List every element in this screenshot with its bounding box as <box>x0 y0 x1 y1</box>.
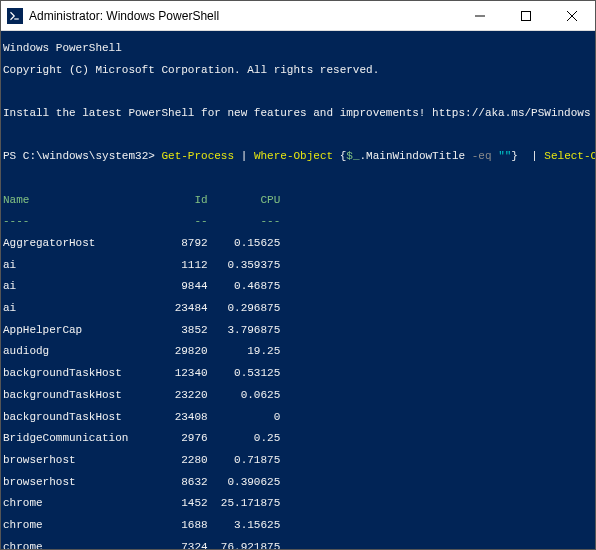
powershell-window: Administrator: Windows PowerShell Window… <box>0 0 596 550</box>
window-title: Administrator: Windows PowerShell <box>29 9 457 23</box>
prompt-prefix: PS <box>3 150 23 162</box>
prompt-sep: > <box>148 150 161 162</box>
table-row: ai 23484 0.296875 <box>3 303 593 314</box>
table-row: AppHelperCap 3852 3.796875 <box>3 325 593 336</box>
pipe: | <box>234 150 254 162</box>
table-row: ai 9844 0.46875 <box>3 281 593 292</box>
table-divider: ---- -- --- <box>3 216 593 227</box>
console-output[interactable]: Windows PowerShell Copyright (C) Microso… <box>1 31 595 549</box>
table-row: BridgeCommunication 2976 0.25 <box>3 433 593 444</box>
brace: { <box>333 150 346 162</box>
table-row: ai 1112 0.359375 <box>3 260 593 271</box>
string: "" <box>498 150 511 162</box>
cmdlet: Select-Object <box>544 150 595 162</box>
brace: } <box>511 150 524 162</box>
blank-line <box>3 173 593 184</box>
table-row: audiodg 29820 19.25 <box>3 346 593 357</box>
banner-line: Install the latest PowerShell for new fe… <box>3 108 593 119</box>
table-row: browserhost 2280 0.71875 <box>3 455 593 466</box>
maximize-button[interactable] <box>503 1 549 30</box>
table-row: backgroundTaskHost 12340 0.53125 <box>3 368 593 379</box>
table-row: chrome 1452 25.171875 <box>3 498 593 509</box>
close-button[interactable] <box>549 1 595 30</box>
cmdlet: Get-Process <box>161 150 234 162</box>
svg-rect-1 <box>522 11 531 20</box>
prompt-path: C:\windows\system32 <box>23 150 148 162</box>
table-row: AggregatorHost 8792 0.15625 <box>3 238 593 249</box>
titlebar[interactable]: Administrator: Windows PowerShell <box>1 1 595 31</box>
table-row: browserhost 8632 0.390625 <box>3 477 593 488</box>
member: .MainWindowTitle <box>360 150 472 162</box>
prompt-line: PS C:\windows\system32> Get-Process | Wh… <box>3 151 593 162</box>
banner-line: Copyright (C) Microsoft Corporation. All… <box>3 65 593 76</box>
variable: $_ <box>346 150 359 162</box>
table-row: backgroundTaskHost 23220 0.0625 <box>3 390 593 401</box>
table-row: chrome 7324 76.921875 <box>3 542 593 549</box>
pipe: | <box>525 150 545 162</box>
table-row: chrome 1688 3.15625 <box>3 520 593 531</box>
powershell-icon <box>7 8 23 24</box>
table-header: Name Id CPU <box>3 195 593 206</box>
operator: -eq <box>472 150 498 162</box>
cmdlet: Where-Object <box>254 150 333 162</box>
minimize-button[interactable] <box>457 1 503 30</box>
blank-line <box>3 86 593 97</box>
window-controls <box>457 1 595 30</box>
banner-line: Windows PowerShell <box>3 43 593 54</box>
table-row: backgroundTaskHost 23408 0 <box>3 412 593 423</box>
blank-line <box>3 130 593 141</box>
